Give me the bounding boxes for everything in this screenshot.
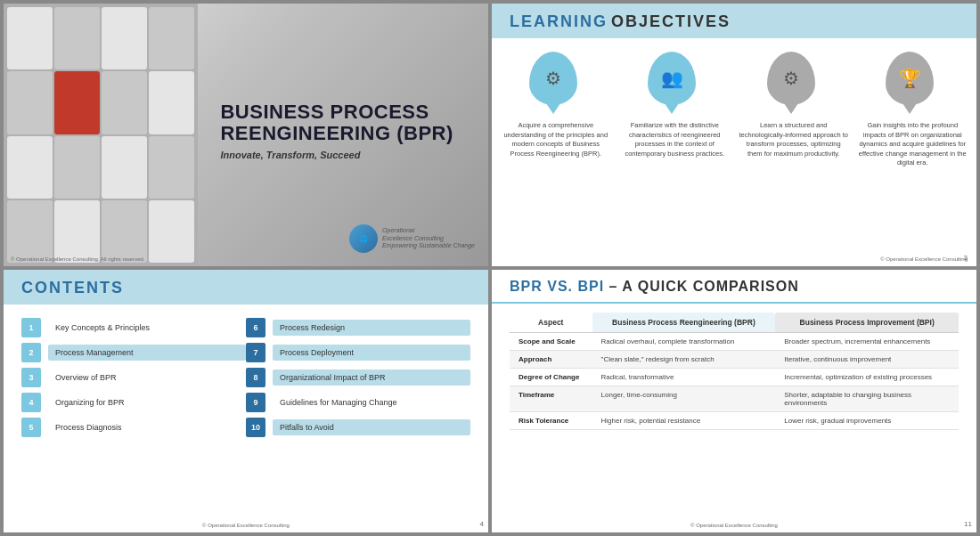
content-item-5: 5 Process Diagnosis [21,418,246,437]
header-accent-text: LEARNING [510,12,608,31]
title-line2: REENGINEERING (BPR) [220,123,475,144]
puzzle-cell [102,200,147,263]
puzzle-cell [7,200,53,263]
col-aspect-header: Aspect [510,313,592,333]
gear-icon-2: ⚙ [783,68,799,89]
col-bpr-header: Business Process Reengineering (BPR) [592,313,776,333]
col-bpi-header: Business Process Improvement (BPI) [775,313,959,333]
content-label-4: Organizing for BPR [48,394,246,410]
content-item-8: 8 Organizational Impact of BPR [246,368,470,387]
contents-col-right: 6 Process Redesign 7 Process Deployment … [246,318,470,437]
content-item-1: 1 Key Concepts & Principles [21,318,246,337]
content-num-4: 4 [21,393,41,412]
content-item-3: 3 Overview of BPR [21,368,246,387]
puzzle-cell [102,136,147,199]
puzzle-cell [102,71,147,134]
logo-tagline: Empowering Sustainable Change [382,242,475,249]
slide-3-contents: CONTENTS 1 Key Concepts & Principles 2 P… [4,270,488,532]
aspect-cell-3: Degree of Change [510,369,592,386]
puzzle-cell [54,7,100,69]
bpr-cell-2: "Clean slate," redesign from scratch [592,351,776,369]
trophy-icon: 🏆 [899,68,921,89]
content-num-10: 10 [246,418,265,437]
content-label-2: Process Management [48,345,246,361]
bpi-cell-5: Lower risk, gradual improvements [775,412,959,430]
content-item-6: 6 Process Redesign [246,318,470,337]
aspect-cell-2: Approach [510,351,592,369]
logo-text: Operational Excellence Consulting Empowe… [382,227,475,249]
slide2-header: LEARNING OBJECTIVES [492,4,976,38]
content-item-9: 9 Guidelines for Managing Change [246,393,470,412]
puzzle-cell [54,136,100,199]
objective-4: 🏆 Gain insights into the profound impact… [858,52,968,168]
obj4-icon-container: 🏆 [886,52,939,114]
comparison-table: Aspect Business Process Reengineering (B… [510,313,959,430]
content-item-4: 4 Organizing for BPR [21,393,246,412]
puzzle-cell [149,7,194,69]
title-line1: BUSINESS PROCESS [220,102,475,123]
bpi-cell-3: Incremental, optimization of existing pr… [775,369,959,386]
bpr-cell-5: Higher risk, potential resistance [592,412,776,430]
aspect-cell-1: Scope and Scale [510,333,592,351]
pin-icon-3: ⚙ [767,52,815,105]
table-row: Timeframe Longer, time-consuming Shorter… [510,386,959,412]
obj3-icon-container: ⚙ [767,52,821,114]
puzzle-cell [54,200,100,263]
objectives-container: ⚙ Acquire a comprehensive understanding … [492,38,976,173]
slide3-header: CONTENTS [4,270,488,305]
objective-1: ⚙ Acquire a comprehensive understanding … [501,52,611,168]
objective-2: 👥 Familiarize with the distinctive chara… [620,52,731,168]
bpi-cell-4: Shorter, adaptable to changing business … [775,386,959,412]
bpr-cell-4: Longer, time-consuming [592,386,776,412]
table-row: Risk Tolerance Higher risk, potential re… [510,412,959,430]
content-num-3: 3 [21,368,41,387]
content-num-5: 5 [21,418,41,437]
slide4-header: BPR vs. BPI – A QUICK COMPARISON [492,270,976,304]
puzzle-cell [7,7,53,69]
obj1-icon-container: ⚙ [529,52,583,114]
slide4-body: Aspect Business Process Reengineering (B… [492,304,976,439]
content-item-2: 2 Process Management [21,343,246,362]
slide-2-learning-objectives: LEARNING OBJECTIVES ⚙ Acquire a comprehe… [492,4,976,266]
content-label-10: Pitfalls to Avoid [273,419,470,435]
content-num-6: 6 [246,318,265,337]
content-item-7: 7 Process Deployment [246,343,470,362]
slide-1-bpr-title: BUSINESS PROCESS REENGINEERING (BPR) Inn… [4,4,488,266]
puzzle-cell [149,136,194,199]
obj3-text: Learn a structured and technologically-i… [739,121,849,158]
aspect-cell-5: Risk Tolerance [510,412,592,430]
content-label-8: Organizational Impact of BPR [273,370,470,386]
logo-name: Operational [382,227,475,234]
aspect-cell-4: Timeframe [510,386,592,412]
contents-col-left: 1 Key Concepts & Principles 2 Process Ma… [21,318,246,437]
header-rest: – A QUICK COMPARISON [604,279,799,294]
slide4-pagenum: 11 [964,520,972,528]
puzzle-image [4,4,198,266]
slide1-subtitle: Innovate, Transform, Succeed [220,150,475,160]
header-rest-text: OBJECTIVES [611,12,731,31]
bpr-cell-1: Radical overhaul, complete transformatio… [592,333,776,351]
content-label-6: Process Redesign [273,320,470,336]
slide4-copyright: © Operational Excellence Consulting [690,523,778,528]
table-row: Approach "Clean slate," redesign from sc… [510,351,959,369]
pin-icon-2: 👥 [648,52,696,105]
content-label-3: Overview of BPR [48,370,246,386]
contents-body: 1 Key Concepts & Principles 2 Process Ma… [4,305,488,446]
bpr-cell-3: Radical, transformative [592,369,776,386]
table-row: Degree of Change Radical, transformative… [510,369,959,386]
content-num-9: 9 [246,393,265,412]
pin-icon-1: ⚙ [529,52,577,105]
bpi-cell-2: Iterative, continuous improvement [775,351,959,369]
obj2-icon-container: 👥 [648,52,701,114]
content-label-1: Key Concepts & Principles [48,320,246,336]
slide2-copyright: © Operational Excellence Consulting [880,256,968,262]
content-label-9: Guidelines for Managing Change [273,394,470,410]
slide2-pagenum: 3 [964,254,968,262]
slide4-header-text: BPR vs. BPI – A QUICK COMPARISON [510,279,799,294]
slide3-copyright: © Operational Excellence Consulting [202,523,290,528]
slide1-logo: 🌐 Operational Excellence Consulting Empo… [349,224,475,253]
content-num-8: 8 [246,368,265,387]
puzzle-cell [7,71,53,134]
puzzle-cell [102,7,147,69]
content-label-7: Process Deployment [273,345,470,361]
